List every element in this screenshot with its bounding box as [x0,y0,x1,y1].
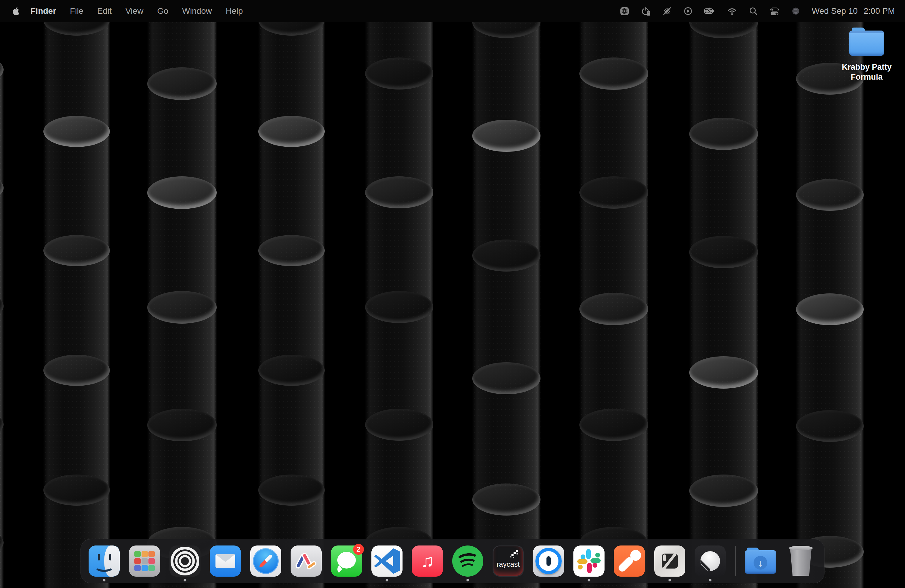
dock-item-launchpad[interactable] [129,539,160,583]
linear-circle [700,551,720,571]
control-center-icon[interactable] [769,6,780,16]
dock-item-arc[interactable] [291,539,322,583]
dock-item-linear[interactable] [695,539,726,583]
running-indicator [709,579,712,582]
spotlight-icon[interactable] [748,6,758,16]
wifi-icon[interactable] [727,6,737,16]
folder-body [849,30,884,56]
cylinder-top [472,362,540,394]
desktop-folder-krabby-patty-formula[interactable]: Krabby Patty Formula [840,27,894,82]
dock-item-music[interactable]: ♫ [412,539,443,583]
profile-icon[interactable] [791,6,801,16]
cylinder-top [258,475,325,506]
menu-bar-status-area: Wed Sep 10 2:00 PM [619,6,895,16]
menu-item-go[interactable]: Go [150,6,175,16]
rings-tile [169,545,200,577]
wallpaper-cylinder-column [472,0,540,588]
cylinder-body [796,426,864,552]
cylinder-body [365,307,433,425]
starburst-icon[interactable] [619,6,630,16]
wallpaper-cylinder-column [147,0,217,588]
menu-item-edit[interactable]: Edit [90,6,119,16]
dock-item-zed[interactable] [654,539,685,583]
dock-item-safari[interactable] [250,539,281,583]
cylinder-body [43,132,110,251]
cylinder-body [472,256,540,378]
cylinder-body [365,74,433,192]
cylinder-top [580,408,648,441]
linear-tile [695,545,726,577]
dock-item-trash[interactable] [785,539,816,583]
raycast-label: raycast [494,560,523,569]
launchpad-app-cell [148,565,155,571]
dock-item-onepassword[interactable] [533,539,564,583]
menu-item-file[interactable]: File [63,6,90,16]
wallpaper-cylinder-column [258,0,325,588]
speech-bubble [337,552,356,569]
dock-item-vscode[interactable] [372,539,403,583]
envelope [216,554,235,568]
cylinder-body [365,425,433,543]
menu-item-view[interactable]: View [119,6,150,16]
cylinder-body [43,370,110,490]
finder-left-eye [98,554,100,561]
now-playing-icon[interactable] [683,6,693,16]
mute-stripes-icon[interactable] [662,6,672,16]
cylinder-top [365,57,433,89]
cylinder-body [258,132,325,251]
menu-item-help[interactable]: Help [219,6,250,16]
cylinder-body [147,193,217,307]
cylinder-body [796,79,864,195]
cylinder-body [43,251,110,370]
cylinder-body [43,20,110,132]
compass [253,548,279,574]
cylinder-top [147,176,217,209]
dock-item-postman[interactable] [614,539,645,583]
menu-item-window[interactable]: Window [175,6,219,16]
cylinder-top [147,408,217,441]
cylinder-body [0,70,3,188]
postman-figure-head [630,550,641,561]
dock-item-rings[interactable] [169,539,200,583]
folder-label-line2: Formula [842,72,892,82]
arc-tile [291,545,322,577]
dock-divider [735,546,736,576]
apple-menu-icon[interactable] [11,6,19,16]
finder-tile [89,545,120,577]
cylinder-top [472,483,540,516]
cylinder-top [43,116,110,147]
menu-bar-clock[interactable]: Wed Sep 10 2:00 PM [811,6,895,16]
dock-item-slack[interactable] [573,539,605,583]
inner-ring [179,555,191,567]
cylinder-top [43,475,110,506]
dock-item-mail[interactable] [210,539,241,583]
wallpaper [0,0,905,588]
cylinder-top [580,176,648,209]
launchpad-app-cell [141,565,148,571]
power-lock-icon[interactable] [640,6,651,16]
menu-item-finder[interactable]: Finder [24,6,63,16]
cylinder-top [365,176,433,208]
mail-tile [210,545,241,577]
cylinder-body [796,309,864,426]
dock-item-finder[interactable] [89,539,120,583]
running-indicator [467,579,469,582]
cylinder-body [796,195,864,309]
zed-bar [663,555,666,561]
music-tile: ♫ [412,545,443,577]
dock-item-messages[interactable]: 2 [331,539,362,583]
battery-charging-icon[interactable] [704,6,716,16]
dock-item-spotify[interactable] [452,539,483,583]
dock-item-downloads[interactable]: ↓ [745,539,776,583]
dock-item-raycast[interactable]: raycast [492,539,524,583]
trash-rim [789,546,813,550]
cylinder-body [0,188,3,306]
finder-face [104,545,120,577]
dock: 2♫raycast↓ [81,539,824,583]
slack-arm-blue [586,549,591,559]
cylinder-body [0,543,3,588]
cylinder-body [689,372,758,491]
cylinder-top [472,240,540,272]
envelope-flap [216,554,235,562]
wallpaper-cylinder-column [43,0,110,588]
